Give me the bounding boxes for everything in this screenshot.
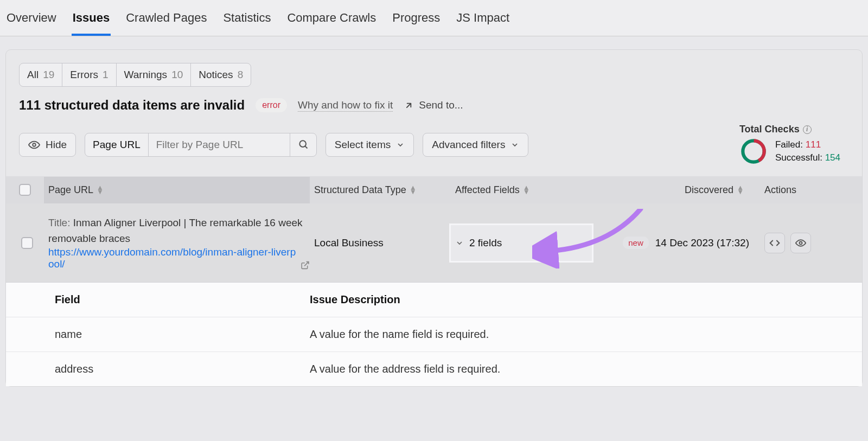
code-icon [769, 238, 780, 248]
advanced-filters-button[interactable]: Advanced filters [423, 133, 528, 157]
url-filter: Page URL [85, 133, 317, 157]
tab-statistics[interactable]: Statistics [222, 5, 272, 36]
table-header: Page URL▲▼ Structured Data Type▲▼ Affect… [6, 176, 862, 203]
svg-point-1 [299, 140, 306, 147]
detail-header-field: Field [55, 293, 310, 306]
tab-overview[interactable]: Overview [5, 5, 58, 36]
donut-chart [739, 137, 768, 165]
issue-title: 111 structured data items are invalid [19, 98, 245, 113]
failed-count: 111 [806, 139, 821, 150]
detail-field: address [55, 363, 310, 375]
share-icon [404, 100, 414, 111]
detail-header-desc: Issue Description [310, 293, 829, 306]
search-icon [298, 139, 309, 150]
detail-desc: A value for the address field is require… [310, 363, 829, 375]
row-type: Local Business [310, 237, 451, 249]
filter-warnings[interactable]: Warnings10 [117, 63, 192, 86]
issues-panel: All19 Errors1 Warnings10 Notices8 111 st… [5, 49, 863, 387]
severity-badge: error [256, 98, 287, 112]
select-items-button[interactable]: Select items [326, 133, 414, 157]
filter-notices[interactable]: Notices8 [191, 63, 251, 86]
successful-count: 154 [825, 152, 840, 163]
svg-point-4 [800, 241, 802, 244]
total-checks-widget: Total Checks i Failed: 111 Successful: 1… [739, 124, 849, 165]
url-filter-input[interactable] [149, 133, 290, 156]
tab-js-impact[interactable]: JS Impact [455, 5, 510, 36]
tab-crawled-pages[interactable]: Crawled Pages [125, 5, 208, 36]
col-structured-type[interactable]: Structured Data Type▲▼ [310, 184, 451, 196]
new-badge: new [623, 237, 649, 249]
col-page-url[interactable]: Page URL▲▼ [44, 177, 310, 203]
detail-desc: A value for the name field is required. [310, 328, 829, 341]
row-fields-toggle[interactable]: 2 fields [451, 225, 592, 261]
detail-panel: Field Issue Description name A value for… [6, 282, 862, 386]
eye-icon [28, 139, 40, 151]
main-tabs: Overview Issues Crawled Pages Statistics… [0, 0, 868, 36]
row-title: Title: Inman Aligner Liverpool | The rem… [48, 215, 310, 246]
severity-segmented: All19 Errors1 Warnings10 Notices8 [19, 63, 251, 87]
row-url-link[interactable]: https://www.yourdomain.com/blog/inman-al… [48, 246, 310, 270]
svg-point-0 [33, 143, 36, 146]
select-all-checkbox[interactable] [19, 184, 31, 196]
filter-errors[interactable]: Errors1 [62, 63, 116, 86]
total-checks-label: Total Checks [739, 124, 800, 135]
chevron-down-icon [455, 239, 464, 247]
view-button[interactable] [790, 233, 811, 253]
search-button[interactable] [290, 133, 316, 156]
chevron-down-icon [510, 140, 519, 149]
table-row: Title: Inman Aligner Liverpool | The rem… [6, 203, 862, 282]
chevron-down-icon [396, 140, 405, 149]
external-link-icon [301, 260, 310, 270]
col-discovered[interactable]: Discovered▲▼ [592, 184, 760, 196]
col-affected-fields[interactable]: Affected Fields▲▼ [451, 184, 592, 196]
url-filter-label: Page URL [85, 133, 149, 156]
tab-compare-crawls[interactable]: Compare Crawls [286, 5, 377, 36]
detail-field: name [55, 328, 310, 341]
eye-icon [795, 238, 806, 248]
info-icon[interactable]: i [803, 125, 812, 134]
row-discovered: 14 Dec 2023 (17:32) [655, 237, 749, 249]
send-to-button[interactable]: Send to... [404, 99, 463, 111]
tab-issues[interactable]: Issues [72, 5, 111, 36]
tab-progress[interactable]: Progress [391, 5, 441, 36]
why-link[interactable]: Why and how to fix it [298, 99, 393, 112]
row-checkbox[interactable] [21, 237, 33, 249]
filter-all[interactable]: All19 [20, 63, 62, 86]
code-button[interactable] [764, 233, 785, 253]
col-actions: Actions [760, 184, 836, 196]
hide-button[interactable]: Hide [19, 133, 76, 157]
